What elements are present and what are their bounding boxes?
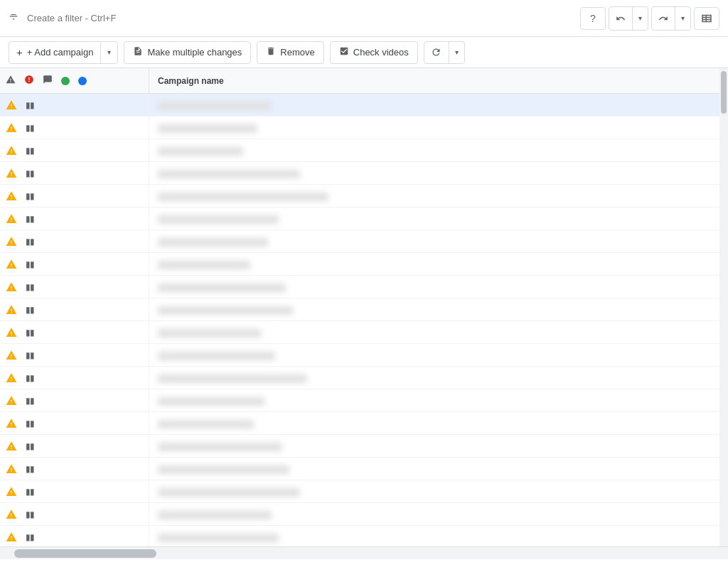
campaign-name-value bbox=[158, 238, 268, 247]
table-row[interactable]: ▮▮ bbox=[0, 276, 728, 298]
pause-icon: ▮▮ bbox=[26, 100, 34, 110]
campaign-name-value bbox=[158, 420, 254, 428]
add-campaign-split-button[interactable]: + + Add campaign ▾ bbox=[9, 41, 118, 64]
pause-icon: ▮▮ bbox=[26, 509, 34, 519]
row-campaign-name bbox=[149, 236, 728, 247]
table-row[interactable]: ▮▮ bbox=[0, 412, 728, 435]
header-blue-dot[interactable] bbox=[78, 77, 87, 85]
columns-button[interactable] bbox=[694, 7, 719, 30]
header-error-icon[interactable] bbox=[24, 75, 34, 87]
undo-dropdown-arrow[interactable]: ▾ bbox=[632, 7, 648, 30]
row-campaign-name bbox=[149, 327, 728, 338]
row-icons: ▮▮ bbox=[0, 276, 149, 298]
table-row[interactable]: ▮▮ bbox=[0, 94, 728, 117]
table-row[interactable]: ▮▮ bbox=[0, 526, 728, 549]
campaign-name-value bbox=[158, 147, 243, 156]
table-row[interactable]: ▮▮ bbox=[0, 230, 728, 253]
table-row[interactable]: ▮▮ bbox=[0, 253, 728, 276]
table-row[interactable]: ▮▮ bbox=[0, 458, 728, 480]
add-campaign-button[interactable]: + + Add campaign bbox=[9, 42, 100, 63]
filter-bar: ? ▾ ▾ bbox=[0, 0, 728, 37]
pause-icon: ▮▮ bbox=[26, 123, 34, 133]
add-icon: + bbox=[16, 46, 23, 58]
campaign-name-value bbox=[158, 397, 264, 406]
table-row[interactable]: ▮▮ bbox=[0, 503, 728, 526]
row-icons: ▮▮ bbox=[0, 526, 149, 548]
table-row[interactable]: ▮▮ bbox=[0, 367, 728, 389]
bottom-scrollbar-thumb[interactable] bbox=[14, 549, 156, 558]
row-campaign-name bbox=[149, 372, 728, 383]
make-multiple-changes-label: Make multiple changes bbox=[147, 47, 242, 58]
row-icons: ▮▮ bbox=[0, 185, 149, 207]
remove-button[interactable]: Remove bbox=[257, 41, 323, 64]
refresh-split-button[interactable]: ▾ bbox=[424, 41, 465, 64]
row-icons: ▮▮ bbox=[0, 344, 149, 366]
row-campaign-name bbox=[149, 304, 728, 315]
scrollbar-thumb[interactable] bbox=[721, 71, 727, 114]
filter-right-icons: ? ▾ ▾ bbox=[580, 6, 719, 31]
pause-icon: ▮▮ bbox=[26, 191, 34, 201]
filter-input[interactable] bbox=[27, 13, 574, 23]
check-videos-icon bbox=[339, 46, 349, 58]
warning-icon bbox=[6, 350, 17, 361]
row-icons: ▮▮ bbox=[0, 94, 149, 116]
header-warning-icon[interactable] bbox=[6, 75, 16, 87]
row-campaign-name bbox=[149, 122, 728, 133]
pause-icon: ▮▮ bbox=[26, 396, 34, 406]
warning-icon bbox=[6, 281, 17, 293]
pause-icon: ▮▮ bbox=[26, 328, 34, 338]
table-body: ▮▮ ▮▮ ▮▮ ▮▮ bbox=[0, 94, 728, 559]
undo-split-button[interactable]: ▾ bbox=[609, 6, 648, 31]
row-icons: ▮▮ bbox=[0, 503, 149, 525]
table-row[interactable]: ▮▮ bbox=[0, 185, 728, 207]
table-row[interactable]: ▮▮ bbox=[0, 435, 728, 458]
pause-icon: ▮▮ bbox=[26, 532, 34, 542]
table-row[interactable]: ▮▮ bbox=[0, 389, 728, 412]
pause-icon: ▮▮ bbox=[26, 214, 34, 224]
row-campaign-name bbox=[149, 281, 728, 292]
campaign-name-value bbox=[158, 534, 279, 542]
make-multiple-changes-button[interactable]: Make multiple changes bbox=[124, 41, 251, 64]
table-row[interactable]: ▮▮ bbox=[0, 162, 728, 185]
add-campaign-dropdown-arrow[interactable]: ▾ bbox=[100, 42, 117, 63]
warning-icon bbox=[6, 213, 17, 225]
check-videos-button[interactable]: Check videos bbox=[330, 41, 418, 64]
row-icons: ▮▮ bbox=[0, 162, 149, 184]
table-row[interactable]: ▮▮ bbox=[0, 344, 728, 367]
table-row[interactable]: ▮▮ bbox=[0, 298, 728, 321]
bottom-scrollbar[interactable] bbox=[0, 546, 728, 559]
row-campaign-name bbox=[149, 531, 728, 542]
right-scrollbar[interactable] bbox=[719, 68, 728, 559]
row-campaign-name bbox=[149, 509, 728, 519]
table-row[interactable]: ▮▮ bbox=[0, 207, 728, 230]
row-campaign-name bbox=[149, 259, 728, 269]
warning-icon bbox=[6, 463, 17, 475]
redo-button[interactable] bbox=[652, 7, 675, 30]
row-icons: ▮▮ bbox=[0, 458, 149, 480]
campaign-name-value bbox=[158, 306, 293, 315]
make-changes-icon bbox=[133, 46, 143, 58]
row-campaign-name bbox=[149, 486, 728, 497]
redo-split-button[interactable]: ▾ bbox=[651, 6, 691, 31]
refresh-button[interactable] bbox=[424, 42, 449, 63]
warning-icon bbox=[6, 441, 17, 452]
warning-icon bbox=[6, 99, 17, 111]
table-row[interactable]: ▮▮ bbox=[0, 480, 728, 503]
row-icons: ▮▮ bbox=[0, 367, 149, 389]
help-button[interactable]: ? bbox=[580, 7, 606, 30]
table-row[interactable]: ▮▮ bbox=[0, 117, 728, 139]
table-row[interactable]: ▮▮ bbox=[0, 321, 728, 344]
campaign-name-value bbox=[158, 443, 282, 451]
header-comment-icon[interactable] bbox=[43, 75, 53, 87]
warning-icon bbox=[6, 372, 17, 384]
table-row[interactable]: ▮▮ bbox=[0, 139, 728, 162]
refresh-dropdown-arrow[interactable]: ▾ bbox=[449, 42, 464, 63]
redo-dropdown-arrow[interactable]: ▾ bbox=[675, 7, 690, 30]
header-green-dot[interactable] bbox=[61, 77, 70, 85]
campaign-name-value bbox=[158, 352, 275, 360]
undo-button[interactable] bbox=[609, 7, 632, 30]
pause-icon: ▮▮ bbox=[26, 259, 34, 269]
campaign-name-value bbox=[158, 284, 286, 292]
campaign-name-value bbox=[158, 511, 272, 519]
campaign-name-header: Campaign name bbox=[149, 76, 728, 86]
